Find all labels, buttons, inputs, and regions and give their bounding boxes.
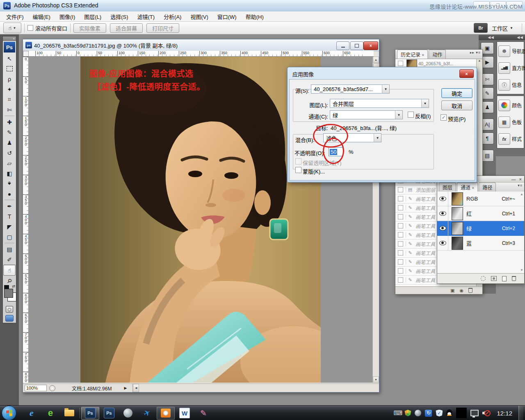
document-restore-button[interactable] [350, 41, 363, 50]
show-desktop-button[interactable] [518, 406, 523, 420]
panel-minimize-icon[interactable]: — [511, 177, 516, 182]
visibility-cell[interactable] [437, 206, 448, 221]
history-source-checkbox[interactable] [398, 250, 403, 256]
horizontal-scrollbar[interactable]: ◀ [132, 384, 379, 392]
document-minimize-button[interactable] [336, 41, 349, 50]
swap-colors-icon[interactable]: ⇄ [12, 284, 15, 288]
history-source-checkbox[interactable] [398, 268, 403, 274]
panel-button-样式[interactable]: fx样式 [497, 130, 524, 147]
quick-select-tool-icon[interactable]: ✦ [3, 84, 16, 94]
tab-动作[interactable]: 动作 [429, 50, 446, 59]
menu-item-5[interactable]: 滤镜(T) [132, 11, 159, 22]
channel-row-绿[interactable]: 绿Ctrl+2 [437, 221, 524, 236]
menu-item-2[interactable]: 图像(I) [55, 11, 80, 22]
close-icon[interactable]: × [422, 52, 424, 57]
hand-tool-icon[interactable]: ☝ [3, 265, 16, 276]
camera-app-icon[interactable] [157, 407, 175, 420]
channels-scroll-down-icon[interactable]: ▼ [520, 268, 523, 272]
visibility-cell[interactable] [437, 221, 448, 235]
panel-menu-icon[interactable]: ▸▸ ▾≡ [470, 50, 481, 55]
channel-row-红[interactable]: 红Ctrl+1 [437, 206, 524, 221]
bridge-icon[interactable]: Br [474, 23, 488, 33]
screen-mode-button[interactable] [3, 314, 16, 323]
photoshop-taskbar-icon[interactable]: Ps [81, 407, 99, 420]
hand-tool-options-button[interactable]: ☝ ▼ [3, 23, 21, 33]
scroll-down-icon[interactable]: ▼ [373, 377, 379, 383]
black-window-tray[interactable] [456, 408, 467, 418]
zoom-level-field[interactable]: 100% [25, 385, 47, 391]
lasso-tool-icon[interactable]: ρ [3, 74, 16, 84]
channel-dropdown[interactable]: 绿▼ [330, 110, 403, 119]
explorer-folder-icon[interactable] [60, 407, 78, 420]
toolbox-collapse-button[interactable]: » [3, 37, 16, 41]
visibility-cell[interactable] [437, 236, 448, 250]
history-source-checkbox[interactable] [398, 205, 403, 210]
globe-app-icon[interactable] [119, 407, 137, 420]
document-close-button[interactable]: × [363, 41, 378, 50]
scroll-left-icon[interactable]: ◀ [133, 384, 139, 392]
new-document-from-state-icon[interactable]: ▣ [450, 288, 454, 293]
history-source-checkbox[interactable] [398, 241, 403, 247]
close-icon[interactable]: × [472, 185, 474, 190]
preview-checkbox[interactable]: ✓ [441, 114, 447, 121]
crop-tool-icon[interactable]: ⌗ [3, 94, 16, 105]
green-browser-icon[interactable]: e [41, 407, 59, 420]
delete-channel-icon[interactable] [512, 276, 516, 281]
status-flyout-button[interactable]: ▶ [124, 386, 127, 390]
panel-button-色板[interactable]: ▦色板 [497, 114, 524, 130]
channel-row-RGB[interactable]: RGBCtrl+~ [437, 192, 524, 206]
panel-menu-icon[interactable]: ▾≡ [518, 183, 523, 187]
history-source-checkbox[interactable] [398, 187, 403, 192]
menu-item-3[interactable]: 图层(L) [80, 11, 106, 22]
quick-mask-button[interactable]: ◯ [3, 305, 16, 314]
globe-tray-icon[interactable] [415, 410, 421, 416]
clone-stamp-tool-icon[interactable]: ♟ [3, 137, 16, 148]
history-source-checkbox[interactable] [398, 232, 403, 237]
paint-app-icon[interactable]: ✎ [194, 407, 212, 420]
panel-button-颜色[interactable]: 颜色 [497, 97, 524, 114]
history-source-checkbox[interactable] [398, 196, 403, 201]
menu-item-7[interactable]: 视图(V) [186, 11, 212, 22]
healing-tool-icon[interactable]: ✚ [3, 117, 16, 127]
menu-item-9[interactable]: 帮助(H) [241, 11, 268, 22]
channel-row-蓝[interactable]: 蓝Ctrl+3 [437, 236, 524, 251]
word-icon[interactable]: W [176, 407, 194, 420]
document-titlebar[interactable]: ps 40_206576_b3fac59d71b1791.jpg @ 100% … [23, 39, 379, 51]
ps-logo-button[interactable]: Ps [4, 42, 15, 52]
tab-图层[interactable]: 图层 [439, 183, 456, 192]
menu-item-8[interactable]: 窗口(W) [213, 11, 241, 22]
keyboard-tray-icon[interactable]: ⌨ [393, 409, 401, 417]
mask-checkbox[interactable] [295, 167, 301, 173]
scroll-up-icon[interactable]: ▲ [373, 57, 379, 63]
eraser-tool-icon[interactable]: ▱ [3, 158, 16, 168]
qq-tray-icon[interactable] [446, 409, 452, 417]
notes-tool-icon[interactable]: ▤ [3, 244, 16, 254]
thunder-tray-icon[interactable]: ↻ [425, 410, 432, 417]
panel-button-信息[interactable]: ⓘ信息 [497, 76, 524, 93]
new-snapshot-icon[interactable]: ◉ [459, 288, 463, 293]
volume-muted-tray-icon[interactable] [482, 409, 491, 417]
actual-pixels-button[interactable]: 实际像素 [73, 23, 106, 33]
brush-tool-icon[interactable]: ✎ [3, 127, 16, 137]
history-source-checkbox[interactable] [398, 61, 403, 66]
taskbar-clock[interactable]: 12:12 [497, 410, 512, 417]
workspace-dropdown[interactable]: 工作区 ▼ [492, 24, 513, 32]
dodge-tool-icon[interactable]: ● [3, 189, 16, 199]
scroll-all-windows-checkbox[interactable] [27, 25, 33, 31]
tab-路径[interactable]: 路径 [479, 183, 496, 192]
panel-close-icon[interactable]: × [519, 177, 522, 182]
history-source-checkbox[interactable] [398, 214, 403, 219]
panel-button-直方图[interactable]: ▂▅▇直方图 [497, 59, 524, 76]
eyedropper-tool-icon[interactable]: ✐ [3, 254, 16, 265]
foreground-color-swatch[interactable] [4, 289, 13, 298]
dialog-close-button[interactable]: × [459, 69, 474, 78]
start-button[interactable] [2, 406, 16, 420]
pen-tool-icon[interactable]: ✒ [3, 201, 16, 211]
history-source-checkbox[interactable] [398, 223, 403, 228]
history-source-checkbox[interactable] [398, 259, 403, 265]
dock-collapse-button[interactable]: ◀◀ [479, 35, 496, 40]
tab-历史记录[interactable]: 历史记录× [397, 50, 428, 59]
layer-dropdown[interactable]: 合并图层▼ [330, 99, 429, 108]
load-selection-icon[interactable] [481, 276, 486, 281]
menu-item-1[interactable]: 编辑(E) [28, 11, 55, 22]
